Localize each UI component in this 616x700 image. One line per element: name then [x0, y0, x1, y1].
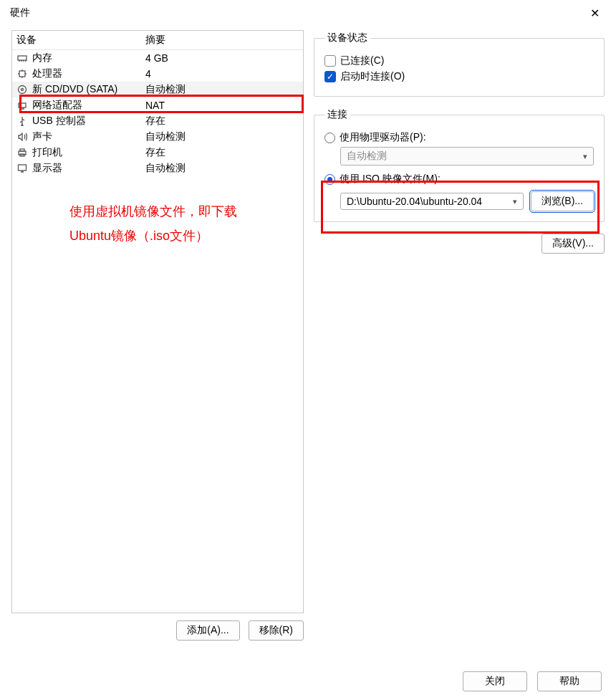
- device-label: USB 控制器: [32, 115, 145, 128]
- device-summary: 自动检测: [145, 162, 299, 175]
- device-label: 内存: [32, 52, 145, 64]
- device-row[interactable]: USB 控制器存在: [12, 113, 303, 129]
- remove-button[interactable]: 移除(R): [249, 620, 304, 641]
- svg-rect-0: [18, 56, 27, 60]
- device-summary: 自动检测: [145, 83, 299, 96]
- device-row[interactable]: 显示器自动检测: [12, 160, 303, 176]
- connection-group: 连接 使用物理驱动器(P): 自动检测 ▾ 使用 ISO 映像文件(M): D:…: [314, 108, 605, 222]
- disc-icon: [16, 84, 28, 95]
- annotation-text: 使用虚拟机镜像文件，即下载 Ubuntu镜像（.iso文件）: [69, 199, 237, 248]
- physical-drive-label: 使用物理驱动器(P):: [340, 131, 426, 144]
- net-icon: [16, 100, 28, 111]
- printer-icon: [16, 147, 28, 158]
- connected-label: 已连接(C): [340, 54, 384, 67]
- device-summary: 存在: [145, 146, 299, 159]
- device-summary: 自动检测: [145, 130, 299, 143]
- iso-radio[interactable]: [324, 174, 335, 185]
- connection-legend: 连接: [324, 108, 350, 121]
- device-label: 处理器: [32, 67, 145, 80]
- physical-drive-combo[interactable]: 自动检测 ▾: [340, 147, 594, 166]
- device-row[interactable]: 声卡自动检测: [12, 129, 303, 145]
- device-row[interactable]: 内存4 GB: [12, 50, 303, 66]
- device-label: 打印机: [32, 146, 145, 159]
- memory-icon: [16, 52, 28, 64]
- browse-button[interactable]: 浏览(B)...: [531, 191, 594, 211]
- svg-rect-4: [19, 103, 26, 107]
- display-icon: [16, 163, 28, 174]
- header-summary: 摘要: [145, 34, 299, 47]
- device-summary: 存在: [145, 115, 299, 128]
- device-list: 设备 摘要 内存4 GB处理器4新 CD/DVD (SATA)自动检测网络适配器…: [11, 30, 304, 613]
- device-label: 网络适配器: [32, 99, 145, 112]
- svg-point-2: [19, 86, 27, 94]
- physical-drive-combo-value: 自动检测: [347, 150, 387, 163]
- device-row[interactable]: 打印机存在: [12, 145, 303, 160]
- device-status-legend: 设备状态: [324, 32, 370, 44]
- help-button[interactable]: 帮助: [537, 671, 602, 691]
- add-button[interactable]: 添加(A)...: [176, 620, 239, 641]
- connected-checkbox[interactable]: [324, 55, 336, 67]
- chevron-down-icon: ▾: [583, 152, 587, 161]
- device-summary: NAT: [145, 100, 299, 111]
- device-row[interactable]: 网络适配器NAT: [12, 97, 303, 113]
- device-label: 显示器: [32, 162, 145, 175]
- sound-icon: [16, 131, 28, 143]
- iso-path-value: D:\Ubuntu-20.04\ubuntu-20.04: [347, 196, 482, 207]
- device-label: 声卡: [32, 130, 145, 143]
- iso-path-combo[interactable]: D:\Ubuntu-20.04\ubuntu-20.04 ▾: [340, 193, 524, 210]
- svg-point-3: [21, 89, 24, 91]
- svg-rect-7: [20, 149, 24, 151]
- advanced-button[interactable]: 高级(V)...: [542, 234, 605, 254]
- device-status-group: 设备状态 已连接(C) ✓ 启动时连接(O): [314, 32, 605, 97]
- chevron-down-icon: ▾: [513, 197, 517, 206]
- iso-label: 使用 ISO 映像文件(M):: [340, 173, 441, 186]
- usb-icon: [16, 115, 28, 127]
- device-row[interactable]: 新 CD/DVD (SATA)自动检测: [12, 82, 303, 97]
- connect-on-power-label: 启动时连接(O): [340, 70, 405, 83]
- cpu-icon: [16, 68, 28, 80]
- close-icon[interactable]: ✕: [580, 6, 609, 20]
- header-device: 设备: [16, 34, 145, 47]
- device-summary: 4: [145, 68, 299, 80]
- device-row[interactable]: 处理器4: [12, 66, 303, 82]
- device-label: 新 CD/DVD (SATA): [32, 83, 145, 96]
- window-title: 硬件: [10, 6, 30, 19]
- svg-rect-9: [19, 165, 27, 171]
- device-summary: 4 GB: [145, 52, 299, 64]
- physical-drive-radio[interactable]: [324, 133, 335, 143]
- connect-on-power-checkbox[interactable]: ✓: [324, 71, 336, 82]
- close-button[interactable]: 关闭: [463, 671, 527, 691]
- svg-rect-1: [19, 71, 25, 77]
